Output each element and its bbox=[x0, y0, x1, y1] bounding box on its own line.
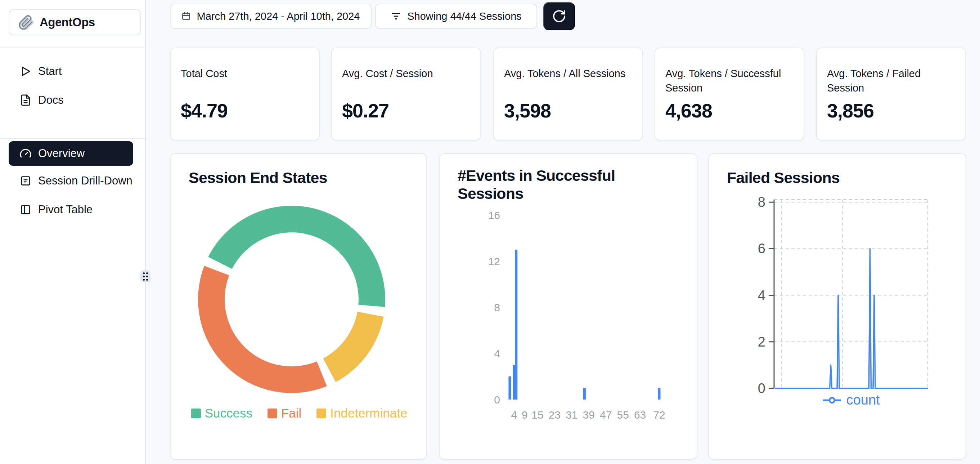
line-marker-legend-icon bbox=[822, 396, 842, 404]
main-content: March 27th, 2024 - April 10th, 2024 Show… bbox=[146, 0, 980, 464]
sidebar-item-label: Start bbox=[38, 65, 62, 78]
sidebar-item-start[interactable]: Start bbox=[9, 61, 133, 82]
stat-value: $4.79 bbox=[181, 99, 228, 122]
stat-label: Avg. Tokens / Failed Session bbox=[827, 66, 953, 95]
legend-item-indeterminate[interactable]: Indeterminate bbox=[317, 406, 407, 420]
app-title: AgentOps bbox=[40, 16, 95, 29]
date-range-button[interactable]: March 27th, 2024 - April 10th, 2024 bbox=[170, 3, 372, 29]
x-tick-label: 55 bbox=[617, 409, 628, 421]
indeterminate-swatch bbox=[317, 408, 326, 418]
sidebar-item-label: Overview bbox=[38, 147, 84, 160]
legend-item-success[interactable]: Success bbox=[191, 406, 252, 420]
sidebar-divider bbox=[0, 138, 145, 139]
y-tick-label: 0 bbox=[494, 394, 500, 406]
stat-label: Avg. Tokens / All Sessions bbox=[504, 66, 630, 81]
stat-card-avg-tokens-successful: Avg. Tokens / Successful Session 4,638 bbox=[654, 48, 804, 140]
x-tick-label: 63 bbox=[634, 409, 646, 421]
stat-card-total-cost: Total Cost $4.79 bbox=[170, 48, 320, 140]
x-tick-label: 31 bbox=[566, 409, 578, 421]
donut-slice-success bbox=[208, 206, 385, 307]
sessions-filter-button[interactable]: Showing 44/44 Sessions bbox=[375, 3, 537, 29]
panel-left-icon bbox=[19, 204, 32, 216]
count-legend-label: count bbox=[846, 392, 880, 408]
stat-card-avg-cost-session: Avg. Cost / Session $0.27 bbox=[331, 48, 481, 140]
legend-label: Fail bbox=[281, 406, 301, 420]
sidebar-item-session-drill-down[interactable]: Session Drill-Down bbox=[9, 170, 133, 192]
legend-label: Success bbox=[205, 406, 252, 420]
failed-sessions-card: Failed Sessions 02468 count bbox=[708, 153, 966, 460]
donut-legend: Success Fail Indeterminate bbox=[171, 406, 427, 420]
rotate-cw-icon bbox=[552, 9, 566, 24]
sidebar-item-label: Docs bbox=[38, 94, 64, 107]
stat-label: Total Cost bbox=[181, 66, 307, 81]
x-tick-label: 4 bbox=[511, 409, 517, 421]
date-range-label: March 27th, 2024 - April 10th, 2024 bbox=[197, 10, 360, 22]
bar-events-2 bbox=[508, 376, 511, 400]
session-end-states-card: Session End States Success Fail Indeterm… bbox=[170, 153, 427, 460]
sidebar-divider bbox=[0, 47, 145, 48]
donut-slice-indeterminate bbox=[323, 312, 384, 382]
sidebar-item-pivot-table[interactable]: Pivot Table bbox=[9, 199, 133, 220]
stat-label: Avg. Cost / Session bbox=[342, 66, 468, 81]
x-tick-label: 15 bbox=[531, 409, 543, 421]
y-tick-label: 4 bbox=[494, 348, 500, 360]
donut-slice-fail bbox=[198, 266, 327, 393]
file-text-icon bbox=[19, 94, 32, 106]
y-tick-label: 6 bbox=[758, 241, 765, 256]
sidebar-item-label: Session Drill-Down bbox=[38, 174, 132, 187]
y-tick-label: 12 bbox=[488, 255, 500, 267]
stat-value: 3,598 bbox=[504, 99, 551, 122]
stat-value: $0.27 bbox=[342, 99, 389, 122]
y-tick-label: 8 bbox=[758, 195, 765, 210]
sidebar: AgentOps Start Docs Overview Session Dri… bbox=[0, 0, 146, 464]
stat-card-avg-tokens-all: Avg. Tokens / All Sessions 3,598 bbox=[493, 48, 643, 140]
refresh-button[interactable] bbox=[543, 2, 575, 30]
sessions-filter-label: Showing 44/44 Sessions bbox=[407, 10, 522, 22]
y-tick-label: 4 bbox=[758, 288, 765, 303]
y-tick-label: 16 bbox=[488, 209, 500, 221]
sidebar-item-label: Pivot Table bbox=[38, 203, 92, 216]
x-tick-label: 23 bbox=[549, 409, 560, 421]
paperclip-logo-icon bbox=[18, 14, 34, 30]
bar-events-72 bbox=[658, 388, 661, 400]
stat-card-avg-tokens-failed: Avg. Tokens / Failed Session 3,856 bbox=[816, 48, 966, 140]
x-tick-label: 39 bbox=[583, 409, 595, 421]
calendar-icon bbox=[181, 11, 191, 21]
agentops-logo[interactable]: AgentOps bbox=[9, 10, 141, 35]
events-successful-sessions-card: #Events in Successful Sessions 048121649… bbox=[439, 153, 697, 460]
sidebar-item-docs[interactable]: Docs bbox=[9, 89, 133, 111]
x-tick-label: 9 bbox=[522, 409, 528, 421]
bar-events-37 bbox=[583, 388, 586, 400]
filter-lines-icon bbox=[391, 11, 401, 22]
x-tick-label: 47 bbox=[600, 409, 612, 421]
success-swatch bbox=[191, 408, 201, 418]
note-lines-icon bbox=[19, 175, 32, 187]
stat-label: Avg. Tokens / Successful Session bbox=[665, 66, 791, 95]
x-tick-label: 72 bbox=[653, 409, 665, 421]
play-icon bbox=[19, 65, 32, 77]
sidebar-item-overview[interactable]: Overview bbox=[9, 141, 133, 166]
failed-line-chart: 02468 bbox=[709, 154, 966, 460]
legend-item-fail[interactable]: Fail bbox=[267, 406, 301, 420]
bar-events-5 bbox=[515, 250, 517, 400]
count-legend[interactable]: count bbox=[774, 392, 928, 408]
legend-label: Indeterminate bbox=[330, 406, 407, 420]
y-tick-label: 8 bbox=[494, 301, 500, 313]
gauge-icon bbox=[19, 147, 32, 159]
bar-events-4 bbox=[513, 365, 515, 400]
count-line-series bbox=[775, 249, 928, 388]
grip-dots-icon bbox=[143, 273, 148, 281]
events-bar-chart: 0481216491523313947556372 bbox=[440, 154, 697, 460]
stat-value: 3,856 bbox=[827, 99, 874, 122]
y-tick-label: 2 bbox=[758, 334, 765, 349]
y-tick-label: 0 bbox=[758, 381, 765, 396]
stat-value: 4,638 bbox=[665, 99, 712, 122]
fail-swatch bbox=[267, 408, 277, 418]
sidebar-resize-handle[interactable] bbox=[140, 270, 151, 282]
